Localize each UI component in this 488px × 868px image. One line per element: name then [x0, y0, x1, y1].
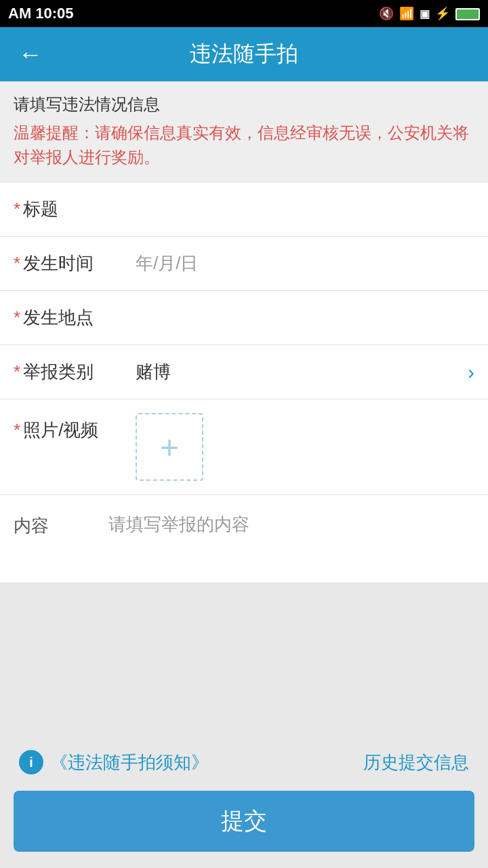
- category-arrow-icon: ›: [468, 361, 474, 384]
- page-title: 违法随手拍: [47, 39, 441, 69]
- battery-x-icon: ▣: [420, 7, 430, 20]
- title-label-text: 标题: [23, 197, 58, 221]
- mute-icon: 🔇: [379, 6, 394, 21]
- charging-icon: ⚡: [435, 6, 450, 21]
- location-label: * 发生地点: [14, 306, 136, 330]
- plus-icon: +: [160, 429, 179, 466]
- category-label-text: 举报类别: [23, 360, 94, 384]
- banner-subtitle: 请填写违法情况信息: [14, 94, 474, 115]
- info-icon: i: [19, 750, 43, 774]
- title-required-star: *: [14, 199, 20, 220]
- status-bar: AM 10:05 🔇 📶 ▣ ⚡: [0, 0, 488, 27]
- footer-area: i 《违法随手拍须知》 历史提交信息 提交: [0, 583, 488, 868]
- info-banner: 请填写违法情况信息 温馨提醒：请确保信息真实有效，信息经审核无误，公安机关将对举…: [0, 81, 488, 182]
- category-label: * 举报类别: [14, 360, 136, 384]
- content-label: 内容: [14, 511, 108, 538]
- location-row[interactable]: * 发生地点: [0, 291, 488, 345]
- category-required-star: *: [14, 361, 20, 382]
- back-button[interactable]: ←: [14, 40, 47, 68]
- notice-link[interactable]: i 《违法随手拍须知》: [19, 750, 209, 774]
- history-link[interactable]: 历史提交信息: [363, 751, 469, 774]
- footer-links: i 《违法随手拍须知》 历史提交信息: [0, 734, 488, 791]
- form-container: * 标题 * 发生时间 年/月/日 * 发生地点 * 举报类别 赌博 › * 照…: [0, 182, 488, 583]
- status-time: AM 10:05: [8, 5, 74, 22]
- status-icons: 🔇 📶 ▣ ⚡: [379, 6, 480, 21]
- location-required-star: *: [14, 307, 20, 328]
- time-required-star: *: [14, 253, 20, 274]
- photo-label-text: 照片/视频: [23, 418, 98, 442]
- location-label-text: 发生地点: [23, 306, 94, 330]
- content-input[interactable]: 请填写举报的内容: [108, 511, 474, 538]
- title-label: * 标题: [14, 197, 136, 221]
- time-row[interactable]: * 发生时间 年/月/日: [0, 237, 488, 291]
- submit-button[interactable]: 提交: [14, 791, 474, 852]
- title-row[interactable]: * 标题: [0, 182, 488, 237]
- photo-label: * 照片/视频: [14, 413, 136, 442]
- banner-warning: 温馨提醒：请确保信息真实有效，信息经审核无误，公安机关将对举报人进行奖励。: [14, 121, 474, 170]
- category-row[interactable]: * 举报类别 赌博 ›: [0, 345, 488, 399]
- time-input[interactable]: 年/月/日: [136, 252, 474, 275]
- time-label: * 发生时间: [14, 252, 136, 275]
- content-row[interactable]: 内容 请填写举报的内容: [0, 495, 488, 583]
- nav-bar: ← 违法随手拍: [0, 27, 488, 81]
- photo-required-star: *: [14, 420, 20, 441]
- wifi-icon: 📶: [399, 6, 414, 21]
- notice-label[interactable]: 《违法随手拍须知》: [50, 751, 209, 774]
- photo-row: * 照片/视频 +: [0, 399, 488, 495]
- battery-icon: [455, 8, 480, 20]
- photo-add-button[interactable]: +: [136, 413, 203, 481]
- category-value[interactable]: 赌博: [136, 360, 461, 384]
- time-label-text: 发生时间: [23, 252, 94, 275]
